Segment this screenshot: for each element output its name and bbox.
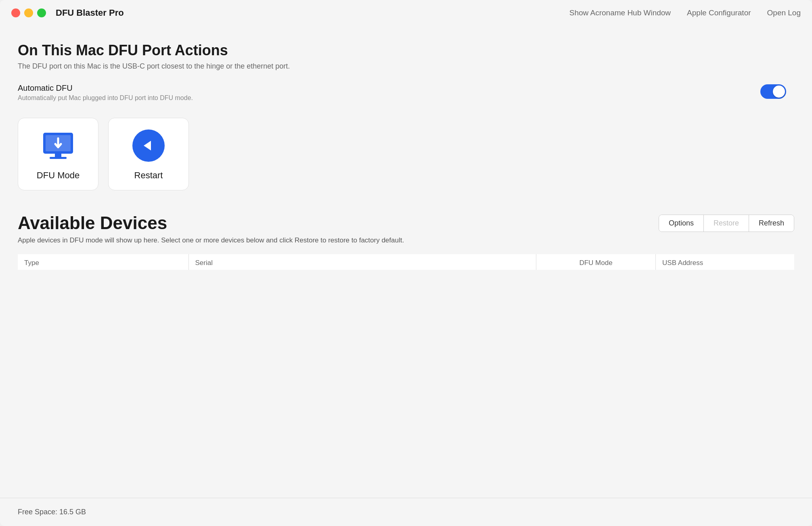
svg-rect-2 — [50, 157, 67, 159]
maximize-button[interactable] — [37, 8, 46, 17]
free-space-label: Free Space: 16.5 GB — [18, 508, 86, 516]
close-button[interactable] — [11, 8, 20, 17]
automatic-dfu-labels: Automatic DFU Automatically put Mac plug… — [18, 83, 193, 102]
devices-actions: Options Restore Refresh — [659, 215, 794, 232]
devices-table: Type Serial DFU Mode USB Address MacBook… — [18, 254, 794, 270]
options-button[interactable]: Options — [659, 215, 704, 232]
title-bar: DFU Blaster Pro Show Acroname Hub Window… — [0, 0, 812, 26]
automatic-dfu-sublabel: Automatically put Mac plugged into DFU p… — [18, 94, 193, 102]
main-content: On This Mac DFU Port Actions The DFU por… — [0, 26, 812, 270]
restore-button[interactable]: Restore — [704, 215, 749, 232]
automatic-dfu-toggle[interactable] — [760, 84, 786, 99]
footer: Free Space: 16.5 GB — [0, 498, 812, 526]
devices-header: Available Devices Options Restore Refres… — [18, 213, 794, 233]
apple-configurator-button[interactable]: Apple Configurator — [687, 8, 751, 17]
col-usb-address: USB Address — [656, 254, 794, 270]
col-type: Type — [18, 254, 188, 270]
action-buttons: DFU Mode Restart — [18, 118, 794, 190]
svg-rect-1 — [55, 154, 61, 157]
dfu-mode-icon — [40, 127, 76, 164]
restart-icon — [130, 127, 167, 164]
dfu-mode-label: DFU Mode — [37, 170, 80, 181]
open-log-button[interactable]: Open Log — [767, 8, 801, 17]
traffic-lights — [11, 8, 46, 17]
devices-section: Available Devices Options Restore Refres… — [18, 213, 794, 270]
app-window: DFU Blaster Pro Show Acroname Hub Window… — [0, 0, 812, 526]
minimize-button[interactable] — [24, 8, 33, 17]
restart-card[interactable]: Restart — [108, 118, 189, 190]
show-acroname-button[interactable]: Show Acroname Hub Window — [569, 8, 671, 17]
title-bar-left: DFU Blaster Pro — [11, 8, 124, 18]
table-header-row: Type Serial DFU Mode USB Address — [18, 254, 794, 270]
col-serial: Serial — [188, 254, 536, 270]
svg-marker-4 — [144, 141, 151, 150]
devices-subtitle: Apple devices in DFU mode will show up h… — [18, 236, 794, 244]
restart-label: Restart — [134, 170, 163, 181]
refresh-button[interactable]: Refresh — [749, 215, 794, 232]
automatic-dfu-label: Automatic DFU — [18, 83, 193, 93]
dfu-section-description: The DFU port on this Mac is the USB-C po… — [18, 62, 794, 71]
col-dfu-mode: DFU Mode — [536, 254, 655, 270]
devices-title: Available Devices — [18, 213, 167, 233]
app-title: DFU Blaster Pro — [56, 8, 124, 18]
automatic-dfu-row: Automatic DFU Automatically put Mac plug… — [18, 83, 794, 102]
dfu-section-title: On This Mac DFU Port Actions — [18, 42, 794, 59]
dfu-mode-card[interactable]: DFU Mode — [18, 118, 98, 190]
title-bar-right: Show Acroname Hub Window Apple Configura… — [569, 8, 801, 17]
